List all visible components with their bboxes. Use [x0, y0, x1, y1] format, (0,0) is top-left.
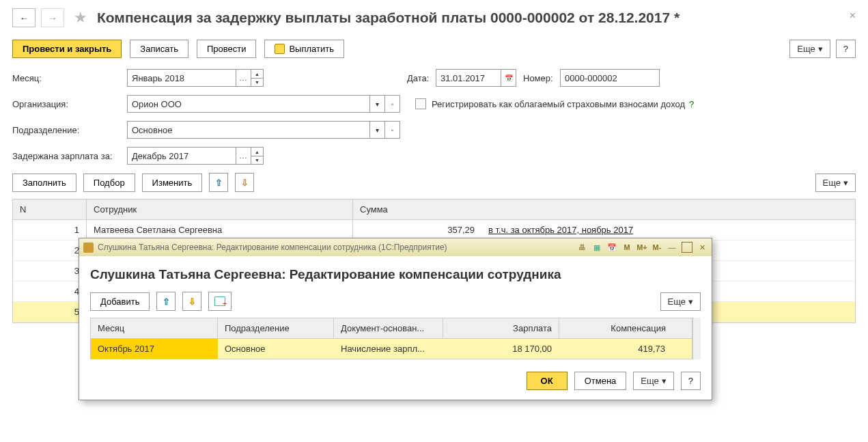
m-plus-button[interactable]: M+: [636, 242, 647, 253]
month-down-button[interactable]: ▼: [251, 78, 264, 87]
month-picker-button[interactable]: ...: [236, 69, 251, 87]
save-button[interactable]: Записать: [130, 40, 188, 58]
footer-more-button[interactable]: Еще ▾: [633, 372, 673, 390]
m-minus-button[interactable]: M-: [652, 242, 662, 253]
compensation-table: Месяц Подразделение Документ-основан... …: [90, 318, 692, 359]
calendar-icon[interactable]: 📅: [606, 242, 617, 253]
dialog-move-up-button[interactable]: ⇧: [156, 292, 176, 311]
dept-input[interactable]: Основное: [127, 121, 370, 139]
fill-button[interactable]: Заполнить: [12, 174, 76, 192]
col-sum-header[interactable]: Сумма: [353, 199, 481, 219]
dialog-move-down-button[interactable]: ⇩: [182, 292, 201, 311]
dept-dropdown-button[interactable]: ▾: [370, 121, 385, 139]
col-salary-header[interactable]: Зарплата: [443, 318, 559, 338]
date-input[interactable]: 31.01.2017: [436, 69, 501, 87]
delay-picker-button[interactable]: ...: [236, 147, 251, 165]
ok-button[interactable]: ОК: [527, 372, 568, 390]
edit-button[interactable]: Изменить: [142, 174, 203, 192]
table-settings-button[interactable]: [208, 292, 232, 311]
delay-label: Задержана зарплата за:: [12, 151, 127, 161]
date-label: Дата:: [407, 73, 436, 83]
date-picker-button[interactable]: 📅: [501, 69, 516, 87]
col-employee-header[interactable]: Сотрудник: [87, 199, 353, 219]
dialog-title: Слушкина Татьяна Сергеевна: Редактирован…: [90, 267, 701, 282]
nav-back-button[interactable]: ←: [12, 8, 36, 27]
hint-icon[interactable]: ?: [689, 99, 694, 109]
chevron-down-icon: ▾: [843, 178, 848, 188]
edit-compensation-dialog: Слушкина Татьяна Сергеевна: Редактирован…: [79, 238, 712, 400]
col-dept-header[interactable]: Подразделение: [218, 318, 334, 338]
dialog-more-button[interactable]: Еще ▾: [660, 292, 701, 311]
dialog-close-icon[interactable]: ✕: [697, 242, 708, 253]
register-checkbox[interactable]: [415, 98, 426, 109]
dialog-chrome-title: Слушкина Татьяна Сергеевна: Редактирован…: [98, 243, 447, 252]
scrollbar[interactable]: [692, 318, 701, 359]
submit-and-close-button[interactable]: Провести и закрыть: [12, 40, 122, 58]
col-month-header[interactable]: Месяц: [91, 318, 218, 338]
chevron-down-icon: ▾: [688, 296, 693, 307]
delay-down-button[interactable]: ▼: [251, 156, 264, 165]
org-open-button[interactable]: ▫: [385, 95, 400, 113]
period-link[interactable]: в т.ч. за октябрь 2017, ноябрь 2017: [488, 225, 633, 235]
col-n-header[interactable]: N: [13, 199, 87, 219]
month-input[interactable]: Январь 2018: [127, 69, 236, 87]
number-label: Номер:: [523, 73, 560, 83]
pick-button[interactable]: Подбор: [83, 174, 135, 192]
delay-up-button[interactable]: ▲: [251, 147, 264, 156]
org-dropdown-button[interactable]: ▾: [370, 95, 385, 113]
month-label: Месяц:: [12, 73, 127, 83]
chevron-down-icon: ▾: [818, 44, 823, 54]
pay-label: Выплатить: [289, 44, 334, 54]
table-more-button[interactable]: Еще ▾: [815, 174, 856, 192]
month-up-button[interactable]: ▲: [251, 69, 264, 78]
register-label: Регистрировать как облагаемый страховыми…: [432, 99, 685, 109]
move-up-button[interactable]: ⇧: [209, 173, 228, 192]
move-down-button[interactable]: ⇩: [235, 173, 254, 192]
pay-icon: [275, 44, 285, 54]
minimize-icon[interactable]: —: [667, 242, 677, 253]
dialog-help-button[interactable]: ?: [681, 372, 701, 390]
submit-button[interactable]: Провести: [197, 40, 257, 58]
delay-input[interactable]: Декабрь 2017: [127, 147, 236, 165]
cancel-button[interactable]: Отмена: [574, 372, 627, 390]
org-input[interactable]: Орион ООО: [127, 95, 370, 113]
org-label: Организация:: [12, 99, 127, 109]
add-row-button[interactable]: Добавить: [90, 292, 150, 311]
favorite-star-icon[interactable]: ★: [74, 9, 87, 27]
help-button[interactable]: ?: [836, 40, 856, 58]
col-doc-header[interactable]: Документ-основан...: [334, 318, 443, 338]
nav-forward-button[interactable]: →: [41, 8, 64, 27]
page-title: Компенсация за задержку выплаты заработн…: [97, 10, 680, 26]
chevron-down-icon: ▾: [662, 376, 667, 386]
grid-icon[interactable]: ▦: [591, 242, 602, 253]
number-input[interactable]: 0000-000002: [560, 69, 660, 87]
dept-label: Подразделение:: [12, 125, 127, 135]
close-icon[interactable]: ×: [850, 10, 856, 22]
dept-open-button[interactable]: ▫: [385, 121, 400, 139]
print-icon[interactable]: 🖶: [576, 242, 587, 253]
app-icon: [83, 243, 94, 253]
maximize-icon[interactable]: [682, 242, 692, 253]
compensation-row[interactable]: Октябрь 2017 Основное Начисление зарпл..…: [91, 339, 692, 359]
col-comp-header[interactable]: Компенсация: [559, 318, 673, 338]
m-button[interactable]: M: [621, 242, 632, 253]
pay-button[interactable]: Выплатить: [264, 40, 344, 58]
more-button[interactable]: Еще ▾: [789, 40, 830, 58]
